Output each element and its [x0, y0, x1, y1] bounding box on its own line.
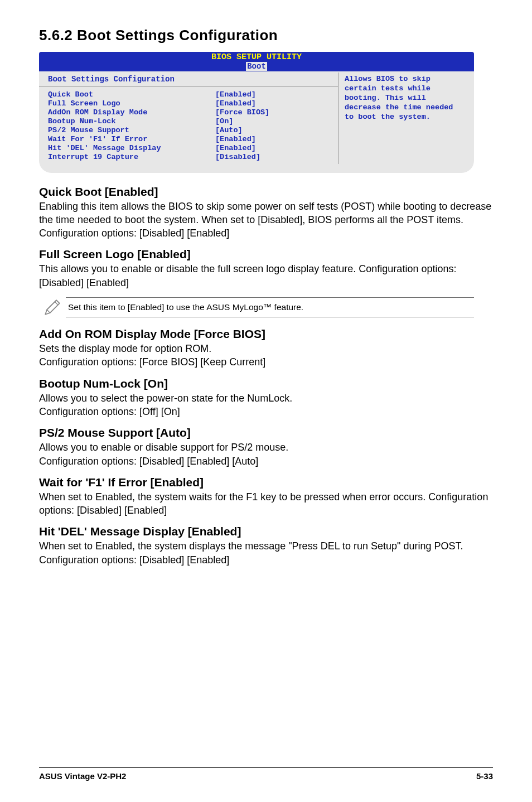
footer: ASUS Vintage V2-PH2 5-33: [39, 767, 493, 781]
section-full-screen-logo: Full Screen Logo [Enabled] This allows y…: [39, 248, 493, 289]
footer-left: ASUS Vintage V2-PH2: [39, 771, 126, 781]
note-text: Set this item to [Enabled] to use the AS…: [66, 297, 474, 317]
bios-row-value: [Force BIOS]: [215, 108, 269, 117]
page-heading: 5.6.2 Boot Settings Configuration: [39, 27, 493, 44]
bios-config-heading: Boot Settings Configuration: [48, 75, 332, 84]
section-title: PS/2 Mouse Support [Auto]: [39, 426, 493, 439]
section-body: Allows you to select the power-on state …: [39, 392, 493, 419]
bios-row-label: Bootup Num-Lock: [48, 117, 215, 126]
bios-row: Wait For 'F1' If Error[Enabled]: [48, 135, 332, 144]
page: 5.6.2 Boot Settings Configuration BIOS S…: [0, 0, 532, 802]
bios-divider: [39, 86, 338, 87]
bios-row: Interrupt 19 Capture[Disabled]: [48, 153, 332, 162]
bios-row-label: Full Screen Logo: [48, 99, 215, 108]
bios-row-value: [Enabled]: [215, 135, 256, 144]
bios-row: AddOn ROM Display Mode[Force BIOS]: [48, 108, 332, 117]
section-body: Enabling this item allows the BIOS to sk…: [39, 200, 493, 240]
section-wait-f1: Wait for 'F1' If Error [Enabled] When se…: [39, 476, 493, 518]
section-addon-rom: Add On ROM Display Mode [Force BIOS] Set…: [39, 327, 493, 369]
bios-row: Quick Boot[Enabled]: [48, 90, 332, 99]
section-quick-boot: Quick Boot [Enabled] Enabling this item …: [39, 185, 493, 240]
footer-right: 5-33: [476, 771, 493, 781]
section-body: When set to Enabled, the system waits fo…: [39, 490, 493, 518]
bios-help-pane: Allows BIOS to skip certain tests while …: [338, 73, 474, 163]
section-title: Add On ROM Display Mode [Force BIOS]: [39, 327, 493, 341]
bios-tab: Boot: [246, 62, 267, 71]
bios-row: Full Screen Logo[Enabled]: [48, 99, 332, 108]
bios-panel: BIOS SETUP UTILITY Boot Boot Settings Co…: [39, 52, 474, 173]
svg-line-0: [47, 310, 50, 313]
bios-row-label: Interrupt 19 Capture: [48, 153, 215, 162]
bios-row-label: Hit 'DEL' Message Display: [48, 144, 215, 153]
bios-row: Bootup Num-Lock[On]: [48, 117, 332, 126]
section-ps2-mouse: PS/2 Mouse Support [Auto] Allows you to …: [39, 426, 493, 468]
section-title: Quick Boot [Enabled]: [39, 185, 493, 199]
bios-body: Boot Settings Configuration Quick Boot[E…: [39, 71, 474, 172]
section-title: Wait for 'F1' If Error [Enabled]: [39, 476, 493, 489]
section-bootup-numlock: Bootup Num-Lock [On] Allows you to selec…: [39, 377, 493, 419]
bios-tab-row: Boot: [39, 62, 474, 72]
section-title: Bootup Num-Lock [On]: [39, 377, 493, 390]
bios-row-label: Wait For 'F1' If Error: [48, 135, 215, 144]
note: Set this item to [Enabled] to use the AS…: [39, 297, 474, 317]
bios-row-value: [Enabled]: [215, 144, 256, 153]
section-title: Full Screen Logo [Enabled]: [39, 248, 493, 261]
section-body: Sets the display mode for option ROM. Co…: [39, 342, 493, 369]
section-body: This allows you to enable or disable the…: [39, 262, 493, 289]
svg-line-1: [55, 302, 58, 305]
section-hit-del: Hit 'DEL' Message Display [Enabled] When…: [39, 525, 493, 567]
bios-row-value: [Auto]: [215, 126, 243, 135]
section-title: Hit 'DEL' Message Display [Enabled]: [39, 525, 493, 538]
bios-row-label: Quick Boot: [48, 90, 215, 99]
bios-row-label: PS/2 Mouse Support: [48, 126, 215, 135]
bios-title: BIOS SETUP UTILITY: [39, 52, 474, 62]
section-body: Allows you to enable or disable support …: [39, 441, 493, 468]
bios-row-value: [Enabled]: [215, 90, 256, 99]
bios-row-value: [Enabled]: [215, 99, 256, 108]
bios-left-pane: Boot Settings Configuration Quick Boot[E…: [39, 73, 338, 163]
section-body: When set to Enabled, the system displays…: [39, 539, 493, 567]
bios-row-label: AddOn ROM Display Mode: [48, 108, 215, 117]
bios-row: PS/2 Mouse Support[Auto]: [48, 126, 332, 135]
pencil-icon: [39, 298, 66, 317]
bios-row-value: [On]: [215, 117, 233, 126]
bios-row: Hit 'DEL' Message Display[Enabled]: [48, 144, 332, 153]
bios-row-value: [Disabled]: [215, 153, 260, 162]
